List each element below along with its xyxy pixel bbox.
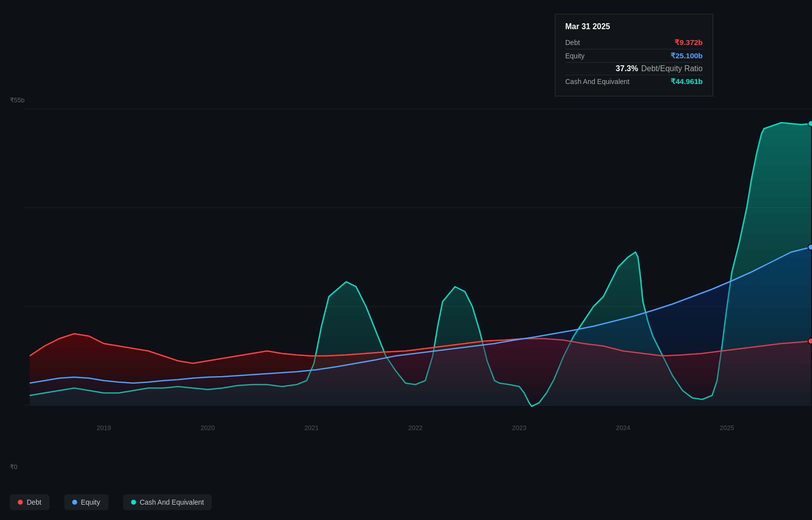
tooltip-equity-value: ₹25.100b: [671, 51, 703, 60]
tooltip-equity-label: Equity: [565, 52, 585, 60]
tooltip-debt-row: Debt ₹9.372b: [565, 36, 703, 49]
svg-text:2021: 2021: [305, 424, 319, 432]
legend-label-equity: Equity: [81, 498, 100, 506]
chart-legend: Debt Equity Cash And Equivalent: [10, 494, 212, 510]
tooltip-de-ratio: 37.3%: [616, 64, 638, 73]
legend-dot-debt: [18, 500, 23, 505]
tooltip-cash-row: Cash And Equivalent ₹44.961b: [565, 75, 703, 88]
legend-dot-equity: [72, 500, 77, 505]
legend-item-debt[interactable]: Debt: [10, 494, 49, 510]
svg-point-11: [808, 121, 812, 127]
tooltip-de-label: Debt/Equity Ratio: [641, 64, 703, 73]
tooltip-box: Mar 31 2025 Debt ₹9.372b Equity ₹25.100b…: [555, 14, 713, 96]
legend-label-debt: Debt: [27, 498, 42, 506]
tooltip-debt-value: ₹9.372b: [675, 38, 703, 47]
svg-text:2022: 2022: [408, 424, 423, 432]
svg-point-12: [808, 244, 812, 250]
tooltip-cash-label: Cash And Equivalent: [565, 78, 630, 86]
legend-label-cash: Cash And Equivalent: [140, 498, 204, 506]
legend-item-equity[interactable]: Equity: [64, 494, 108, 510]
svg-text:2020: 2020: [201, 424, 215, 432]
legend-dot-cash: [131, 500, 136, 505]
svg-text:2025: 2025: [720, 424, 734, 432]
tooltip-equity-row: Equity ₹25.100b: [565, 49, 703, 63]
tooltip-debt-label: Debt: [565, 39, 580, 46]
chart-container: Mar 31 2025 Debt ₹9.372b Equity ₹25.100b…: [0, 0, 812, 520]
svg-point-13: [808, 338, 812, 344]
svg-text:2024: 2024: [616, 424, 631, 432]
tooltip-de-row: 37.3% Debt/Equity Ratio: [565, 63, 703, 75]
legend-item-cash[interactable]: Cash And Equivalent: [123, 494, 212, 510]
tooltip-date: Mar 31 2025: [565, 22, 703, 31]
svg-text:2019: 2019: [97, 424, 111, 432]
svg-text:2023: 2023: [512, 424, 527, 432]
tooltip-cash-value: ₹44.961b: [671, 77, 703, 86]
